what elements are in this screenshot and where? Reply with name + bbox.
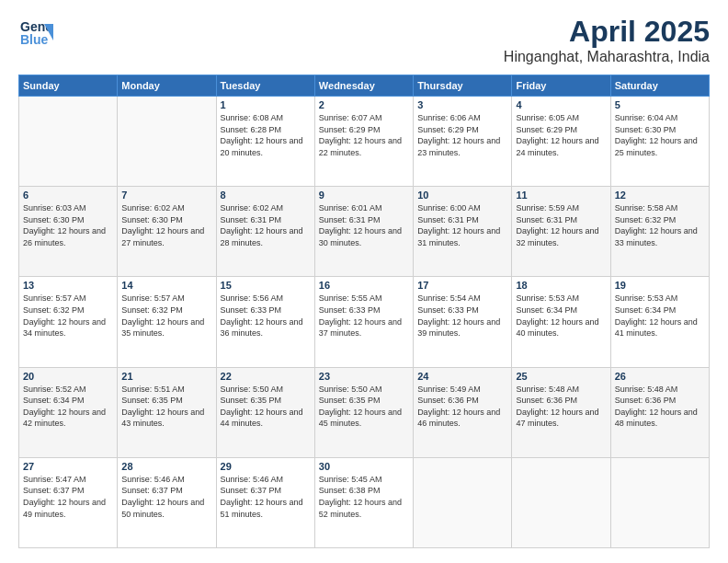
day-info: Sunrise: 5:58 AM Sunset: 6:32 PM Dayligh… bbox=[615, 202, 705, 248]
day-number: 24 bbox=[417, 371, 507, 382]
sunset-text: Sunset: 6:35 PM bbox=[221, 396, 282, 405]
day-cell: 22 Sunrise: 5:50 AM Sunset: 6:35 PM Dayl… bbox=[216, 367, 314, 457]
sunrise-text: Sunrise: 6:08 AM bbox=[221, 113, 284, 122]
col-wednesday: Wednesday bbox=[314, 75, 413, 97]
day-cell bbox=[512, 457, 610, 547]
day-info: Sunrise: 5:50 AM Sunset: 6:35 PM Dayligh… bbox=[319, 384, 409, 430]
sunrise-text: Sunrise: 5:57 AM bbox=[121, 293, 185, 303]
day-cell: 27 Sunrise: 5:47 AM Sunset: 6:37 PM Dayl… bbox=[19, 457, 118, 547]
title-block: April 2025 Hinganghat, Maharashtra, Indi… bbox=[504, 15, 710, 65]
sunset-text: Sunset: 6:37 PM bbox=[221, 486, 282, 495]
day-cell: 10 Sunrise: 6:00 AM Sunset: 6:31 PM Dayl… bbox=[414, 187, 512, 277]
sunset-text: Sunset: 6:30 PM bbox=[23, 215, 85, 224]
daylight-text: Daylight: 12 hours and 48 minutes. bbox=[615, 408, 698, 429]
sunrise-text: Sunrise: 5:55 AM bbox=[319, 293, 382, 303]
day-info: Sunrise: 5:50 AM Sunset: 6:35 PM Dayligh… bbox=[221, 384, 311, 430]
day-number: 14 bbox=[121, 280, 211, 291]
day-cell: 23 Sunrise: 5:50 AM Sunset: 6:35 PM Dayl… bbox=[314, 367, 413, 457]
col-monday: Monday bbox=[118, 75, 216, 97]
week-row-5: 27 Sunrise: 5:47 AM Sunset: 6:37 PM Dayl… bbox=[19, 457, 710, 547]
sunrise-text: Sunrise: 6:05 AM bbox=[516, 113, 579, 122]
day-number: 28 bbox=[121, 461, 211, 472]
day-info: Sunrise: 5:52 AM Sunset: 6:34 PM Dayligh… bbox=[23, 384, 113, 430]
day-number: 15 bbox=[221, 280, 311, 291]
day-cell: 19 Sunrise: 5:53 AM Sunset: 6:34 PM Dayl… bbox=[610, 277, 709, 367]
day-number: 26 bbox=[615, 371, 705, 382]
day-cell: 24 Sunrise: 5:49 AM Sunset: 6:36 PM Dayl… bbox=[414, 367, 512, 457]
sunset-text: Sunset: 6:36 PM bbox=[516, 396, 577, 405]
day-number: 16 bbox=[319, 280, 409, 291]
daylight-text: Daylight: 12 hours and 32 minutes. bbox=[516, 226, 598, 247]
sunrise-text: Sunrise: 5:49 AM bbox=[417, 385, 481, 394]
sunset-text: Sunset: 6:31 PM bbox=[516, 215, 577, 224]
day-cell: 26 Sunrise: 5:48 AM Sunset: 6:36 PM Dayl… bbox=[610, 367, 709, 457]
daylight-text: Daylight: 12 hours and 45 minutes. bbox=[319, 408, 402, 429]
day-number: 17 bbox=[417, 280, 507, 291]
sunrise-text: Sunrise: 5:57 AM bbox=[23, 293, 86, 303]
sunset-text: Sunset: 6:34 PM bbox=[516, 305, 577, 315]
sunset-text: Sunset: 6:36 PM bbox=[417, 396, 479, 405]
daylight-text: Daylight: 12 hours and 27 minutes. bbox=[121, 226, 204, 247]
sunrise-text: Sunrise: 6:02 AM bbox=[221, 203, 284, 213]
page: General Blue April 2025 Hinganghat, Maha… bbox=[0, 0, 728, 563]
col-tuesday: Tuesday bbox=[216, 75, 314, 97]
day-cell: 20 Sunrise: 5:52 AM Sunset: 6:34 PM Dayl… bbox=[19, 367, 118, 457]
sunset-text: Sunset: 6:32 PM bbox=[615, 215, 677, 224]
daylight-text: Daylight: 12 hours and 33 minutes. bbox=[615, 226, 698, 247]
day-cell: 1 Sunrise: 6:08 AM Sunset: 6:28 PM Dayli… bbox=[216, 97, 314, 187]
sunrise-text: Sunrise: 5:58 AM bbox=[615, 203, 678, 213]
day-info: Sunrise: 5:48 AM Sunset: 6:36 PM Dayligh… bbox=[516, 384, 606, 430]
day-info: Sunrise: 5:48 AM Sunset: 6:36 PM Dayligh… bbox=[615, 384, 705, 430]
col-thursday: Thursday bbox=[414, 75, 512, 97]
sunrise-text: Sunrise: 6:07 AM bbox=[319, 113, 382, 122]
daylight-text: Daylight: 12 hours and 36 minutes. bbox=[221, 317, 303, 339]
sunrise-text: Sunrise: 5:46 AM bbox=[121, 475, 185, 484]
daylight-text: Daylight: 12 hours and 23 minutes. bbox=[417, 136, 500, 157]
day-cell bbox=[118, 97, 216, 187]
sunrise-text: Sunrise: 5:52 AM bbox=[23, 385, 86, 394]
day-info: Sunrise: 6:06 AM Sunset: 6:29 PM Dayligh… bbox=[417, 112, 507, 158]
day-number: 18 bbox=[516, 280, 606, 291]
day-cell: 17 Sunrise: 5:54 AM Sunset: 6:33 PM Dayl… bbox=[414, 277, 512, 367]
calendar-table: Sunday Monday Tuesday Wednesday Thursday… bbox=[18, 75, 710, 548]
day-number: 5 bbox=[615, 99, 705, 110]
sunset-text: Sunset: 6:29 PM bbox=[516, 125, 577, 134]
day-info: Sunrise: 5:53 AM Sunset: 6:34 PM Dayligh… bbox=[516, 293, 606, 339]
sunset-text: Sunset: 6:38 PM bbox=[319, 486, 381, 495]
day-number: 9 bbox=[319, 190, 409, 201]
sunset-text: Sunset: 6:35 PM bbox=[121, 396, 183, 405]
calendar-header-row: Sunday Monday Tuesday Wednesday Thursday… bbox=[19, 75, 710, 97]
day-info: Sunrise: 6:02 AM Sunset: 6:30 PM Dayligh… bbox=[121, 202, 211, 248]
day-number: 22 bbox=[221, 371, 311, 382]
week-row-2: 6 Sunrise: 6:03 AM Sunset: 6:30 PM Dayli… bbox=[19, 187, 710, 277]
day-number: 13 bbox=[23, 280, 113, 291]
daylight-text: Daylight: 12 hours and 31 minutes. bbox=[417, 226, 500, 247]
sunrise-text: Sunrise: 5:53 AM bbox=[615, 293, 678, 303]
daylight-text: Daylight: 12 hours and 43 minutes. bbox=[121, 408, 204, 429]
day-info: Sunrise: 6:08 AM Sunset: 6:28 PM Dayligh… bbox=[221, 112, 311, 158]
daylight-text: Daylight: 12 hours and 40 minutes. bbox=[516, 317, 598, 339]
day-number: 4 bbox=[516, 99, 606, 110]
day-number: 21 bbox=[121, 371, 211, 382]
day-info: Sunrise: 6:01 AM Sunset: 6:31 PM Dayligh… bbox=[319, 202, 409, 248]
sunrise-text: Sunrise: 6:04 AM bbox=[615, 113, 678, 122]
daylight-text: Daylight: 12 hours and 39 minutes. bbox=[417, 317, 500, 339]
sunrise-text: Sunrise: 5:47 AM bbox=[23, 475, 86, 484]
sunset-text: Sunset: 6:30 PM bbox=[121, 215, 183, 224]
day-cell: 4 Sunrise: 6:05 AM Sunset: 6:29 PM Dayli… bbox=[512, 97, 610, 187]
sunrise-text: Sunrise: 5:45 AM bbox=[319, 475, 382, 484]
sunrise-text: Sunrise: 6:02 AM bbox=[121, 203, 185, 213]
col-saturday: Saturday bbox=[610, 75, 709, 97]
day-info: Sunrise: 6:00 AM Sunset: 6:31 PM Dayligh… bbox=[417, 202, 507, 248]
day-info: Sunrise: 5:51 AM Sunset: 6:35 PM Dayligh… bbox=[121, 384, 211, 430]
day-info: Sunrise: 5:53 AM Sunset: 6:34 PM Dayligh… bbox=[615, 293, 705, 339]
day-number: 29 bbox=[221, 461, 311, 472]
sunset-text: Sunset: 6:28 PM bbox=[221, 125, 282, 134]
day-cell: 18 Sunrise: 5:53 AM Sunset: 6:34 PM Dayl… bbox=[512, 277, 610, 367]
week-row-1: 1 Sunrise: 6:08 AM Sunset: 6:28 PM Dayli… bbox=[19, 97, 710, 187]
sunrise-text: Sunrise: 5:56 AM bbox=[221, 293, 284, 303]
daylight-text: Daylight: 12 hours and 44 minutes. bbox=[221, 408, 303, 429]
day-cell: 7 Sunrise: 6:02 AM Sunset: 6:30 PM Dayli… bbox=[118, 187, 216, 277]
sunrise-text: Sunrise: 5:50 AM bbox=[221, 385, 284, 394]
daylight-text: Daylight: 12 hours and 25 minutes. bbox=[615, 136, 698, 157]
